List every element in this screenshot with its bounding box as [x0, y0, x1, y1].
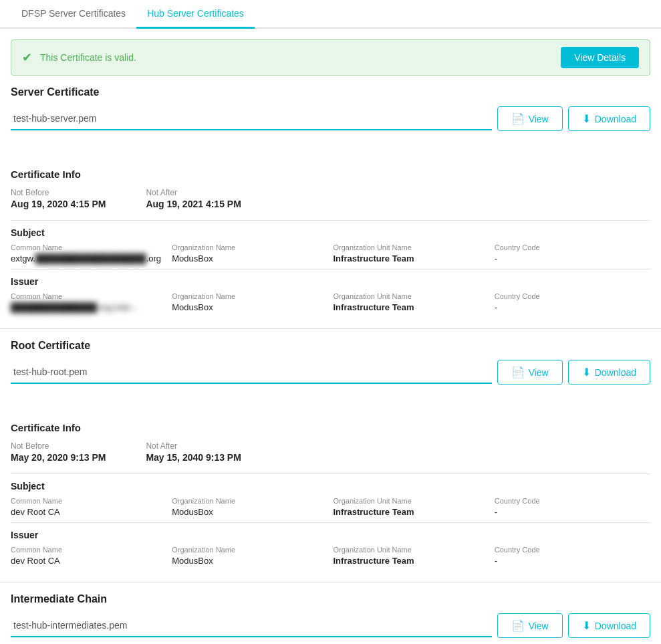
not-before-group: Not Before Aug 19, 2020 4:15 PM [11, 188, 106, 209]
not-after-value: Aug 19, 2021 4:15 PM [146, 199, 241, 209]
cert-info-2-dates: Not Before May 20, 2020 9:13 PM Not Afte… [11, 441, 650, 463]
server-certificate-section: Server Certificate 📄 View ⬇ Download [0, 86, 661, 158]
view-icon-3: 📄 [511, 619, 525, 632]
subject-org-name: Organization Name ModusBox [172, 243, 327, 263]
validity-text: This Certificate is valid. [40, 52, 553, 63]
view-details-button[interactable]: View Details [561, 47, 639, 68]
subject2-country-code: Country Code - [495, 497, 650, 517]
subject2-common-name: Common Name dev Root CA [11, 497, 166, 517]
root-cert-filename[interactable] [11, 361, 492, 384]
check-icon: ✔ [22, 50, 32, 65]
intermediate-chain-filename[interactable] [11, 615, 492, 637]
not-after-label-2: Not After [146, 441, 241, 451]
intermediate-chain-view-button[interactable]: 📄 View [497, 613, 563, 638]
root-cert-view-button[interactable]: 📄 View [497, 360, 563, 385]
not-before-label-2: Not Before [11, 441, 106, 451]
intermediate-chain-download-button[interactable]: ⬇ Download [568, 613, 650, 638]
cert-info-2-title: Certificate Info [11, 422, 650, 433]
issuer-fields: Common Name ██████████████.org.inter… Or… [11, 292, 650, 312]
root-cert-download-button[interactable]: ⬇ Download [568, 360, 650, 385]
subject-org-unit: Organization Unit Name Infrastructure Te… [334, 243, 489, 263]
download-icon: ⬇ [582, 112, 591, 125]
not-before-value: Aug 19, 2020 4:15 PM [11, 199, 106, 209]
issuer-org-unit: Organization Unit Name Infrastructure Te… [334, 292, 489, 312]
cert-info-2: Certificate Info Not Before May 20, 2020… [0, 411, 661, 582]
intermediate-chain-file-row: 📄 View ⬇ Download [11, 613, 650, 638]
tab-hub[interactable]: Hub Server Certificates [136, 0, 255, 29]
issuer2-org-unit: Organization Unit Name Infrastructure Te… [334, 546, 489, 566]
issuer-title: Issuer [11, 276, 650, 287]
divider-2 [0, 582, 661, 582]
divider-1 [0, 328, 661, 329]
server-cert-view-button[interactable]: 📄 View [497, 106, 563, 131]
issuer2-common-name: Common Name dev Root CA [11, 546, 166, 566]
intermediate-chain-title: Intermediate Chain [11, 593, 650, 605]
download-icon-3: ⬇ [582, 619, 591, 632]
intermediate-chain-section: Intermediate Chain 📄 View ⬇ Download [0, 593, 661, 644]
subject-title: Subject [11, 227, 650, 238]
cert-info-1-subject: Subject Common Name extgw.██████████████… [11, 220, 650, 263]
download-icon-2: ⬇ [582, 366, 591, 379]
cert-info-2-subject: Subject Common Name dev Root CA Organiza… [11, 473, 650, 517]
subject-fields: Common Name extgw.██████████████████.org… [11, 243, 650, 263]
issuer-country-code: Country Code - [495, 292, 650, 312]
view-icon-2: 📄 [511, 366, 525, 379]
tab-dfsp[interactable]: DFSP Server Certificates [11, 0, 136, 29]
root-certificate-section: Root Certificate 📄 View ⬇ Download [0, 340, 661, 411]
tabs-bar: DFSP Server Certificates Hub Server Cert… [0, 0, 661, 29]
subject-title-2: Subject [11, 481, 650, 492]
not-before-value-2: May 20, 2020 9:13 PM [11, 452, 106, 463]
not-after-value-2: May 15, 2040 9:13 PM [146, 452, 241, 463]
not-before-label: Not Before [11, 188, 106, 197]
cert-info-1: Certificate Info Not Before Aug 19, 2020… [0, 158, 661, 328]
issuer2-org-name: Organization Name ModusBox [172, 546, 327, 566]
not-before-group-2: Not Before May 20, 2020 9:13 PM [11, 441, 106, 463]
server-cert-file-row: 📄 View ⬇ Download [11, 106, 650, 131]
server-cert-title: Server Certificate [11, 86, 650, 98]
subject2-org-unit: Organization Unit Name Infrastructure Te… [334, 497, 489, 517]
cert-info-1-title: Certificate Info [11, 169, 650, 180]
cert-info-1-dates: Not Before Aug 19, 2020 4:15 PM Not Afte… [11, 188, 650, 209]
cert-info-1-issuer: Issuer Common Name ██████████████.org.in… [11, 269, 650, 312]
subject-fields-2: Common Name dev Root CA Organization Nam… [11, 497, 650, 517]
subject-common-name: Common Name extgw.██████████████████.org [11, 243, 166, 263]
server-cert-filename[interactable] [11, 108, 492, 130]
not-after-label: Not After [146, 188, 241, 197]
issuer2-country-code: Country Code - [495, 546, 650, 566]
not-after-group-2: Not After May 15, 2040 9:13 PM [146, 441, 241, 463]
subject-country-code: Country Code - [495, 243, 650, 263]
issuer-org-name: Organization Name ModusBox [172, 292, 327, 312]
root-cert-title: Root Certificate [11, 340, 650, 352]
validity-banner: ✔ This Certificate is valid. View Detail… [11, 39, 650, 76]
root-cert-file-row: 📄 View ⬇ Download [11, 360, 650, 385]
subject2-org-name: Organization Name ModusBox [172, 497, 327, 517]
not-after-group: Not After Aug 19, 2021 4:15 PM [146, 188, 241, 209]
issuer-common-name: Common Name ██████████████.org.inter… [11, 292, 166, 312]
cert-info-2-issuer: Issuer Common Name dev Root CA Organizat… [11, 522, 650, 566]
issuer-title-2: Issuer [11, 530, 650, 540]
view-icon: 📄 [511, 112, 525, 125]
server-cert-download-button[interactable]: ⬇ Download [568, 106, 650, 131]
issuer-fields-2: Common Name dev Root CA Organization Nam… [11, 546, 650, 566]
